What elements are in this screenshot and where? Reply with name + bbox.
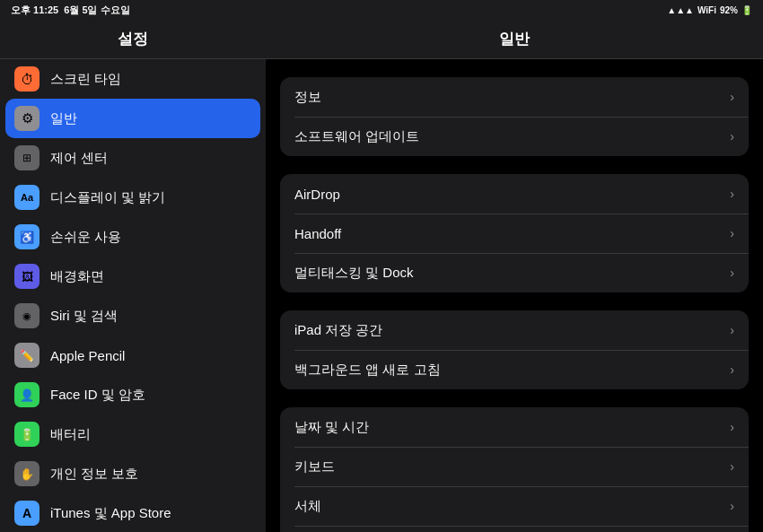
row-ipad-storage-right: › xyxy=(730,323,734,337)
row-language[interactable]: 언어 및 지역 › xyxy=(280,526,749,532)
sidebar-label-pencil: Apple Pencil xyxy=(50,348,125,363)
sidebar-item-control[interactable]: ⊞ 제어 센터 xyxy=(0,138,266,178)
row-datetime[interactable]: 날짜 및 시간 › xyxy=(280,407,749,447)
main-panel: 일반 정보 › 소프트웨어 업데이트 › AirDrop › xyxy=(266,0,763,532)
sidebar-label-screentime: 스크린 타임 xyxy=(50,71,121,88)
settings-group-2: AirDrop › Handoff › 멀티태스킹 및 Dock › xyxy=(280,174,749,292)
row-background-refresh[interactable]: 백그라운드 앱 새로 고침 › xyxy=(280,350,749,389)
sidebar-item-accessibility[interactable]: ♿ 손쉬운 사용 xyxy=(0,217,266,257)
row-handoff-right: › xyxy=(730,226,734,240)
row-background-refresh-right: › xyxy=(730,362,734,377)
accessibility-icon: ♿ xyxy=(14,224,39,249)
row-keyboard-label: 키보드 xyxy=(294,458,335,475)
row-ipad-storage-label: iPad 저장 공간 xyxy=(294,322,382,339)
main-content: 정보 › 소프트웨어 업데이트 › AirDrop › Handof xyxy=(266,59,763,532)
sidebar-label-display: 디스플레이 및 밝기 xyxy=(50,189,165,206)
sidebar-item-general[interactable]: ⚙ 일반 xyxy=(5,99,260,138)
row-multitasking[interactable]: 멀티태스킹 및 Dock › xyxy=(280,253,749,292)
date-display: 6월 5일 수요일 xyxy=(64,4,129,17)
row-font-right: › xyxy=(730,499,734,513)
row-softwareupdate-chevron: › xyxy=(730,129,734,144)
wifi-icon: WiFi xyxy=(697,5,716,15)
row-datetime-label: 날짜 및 시간 xyxy=(294,419,369,436)
row-info-chevron: › xyxy=(730,90,734,104)
sidebar-label-wallpaper: 배경화면 xyxy=(50,268,104,285)
sidebar-title: 설정 xyxy=(0,20,266,59)
sidebar-label-control: 제어 센터 xyxy=(50,150,108,167)
pencil-icon: ✏️ xyxy=(14,343,39,368)
sidebar-label-battery: 배터리 xyxy=(50,426,91,443)
row-softwareupdate[interactable]: 소프트웨어 업데이트 › xyxy=(280,117,749,156)
display-icon: Aa xyxy=(14,185,39,210)
row-handoff-chevron: › xyxy=(730,226,734,240)
sidebar-item-appstore[interactable]: A iTunes 및 App Store xyxy=(0,493,266,532)
time-display: 오후 11:25 xyxy=(11,4,58,17)
row-multitasking-chevron: › xyxy=(730,266,734,280)
row-ipad-storage[interactable]: iPad 저장 공간 › xyxy=(280,310,749,350)
row-airdrop[interactable]: AirDrop › xyxy=(280,174,749,214)
row-info[interactable]: 정보 › xyxy=(280,77,749,117)
row-background-refresh-label: 백그라운드 앱 새로 고침 xyxy=(294,362,441,379)
privacy-icon: ✋ xyxy=(14,461,39,486)
sidebar-label-faceid: Face ID 및 암호 xyxy=(50,387,145,404)
row-multitasking-label: 멀티태스킹 및 Dock xyxy=(294,265,414,282)
row-font-chevron: › xyxy=(730,499,734,513)
row-multitasking-right: › xyxy=(730,266,734,280)
row-ipad-storage-chevron: › xyxy=(730,323,734,337)
row-airdrop-right: › xyxy=(730,187,734,201)
row-softwareupdate-right: › xyxy=(730,129,734,144)
row-handoff[interactable]: Handoff › xyxy=(280,214,749,253)
row-background-refresh-chevron: › xyxy=(730,362,734,377)
sidebar-item-display[interactable]: Aa 디스플레이 및 밝기 xyxy=(0,178,266,217)
row-info-label: 정보 xyxy=(294,89,321,106)
row-handoff-label: Handoff xyxy=(294,226,341,241)
sidebar-item-battery[interactable]: 🔋 배터리 xyxy=(0,414,266,454)
settings-group-1: 정보 › 소프트웨어 업데이트 › xyxy=(280,77,749,156)
settings-group-4: 날짜 및 시간 › 키보드 › 서체 › 언어 및 지역 › xyxy=(280,407,749,532)
sidebar-item-siri[interactable]: ◉ Siri 및 검색 xyxy=(0,296,266,336)
row-datetime-right: › xyxy=(730,420,734,434)
sidebar: 설정 ⏱ 스크린 타임 ⚙ 일반 ⊞ 제어 센터 Aa 디스플레이 및 밝기 ♿… xyxy=(0,0,266,532)
faceid-icon: 👤 xyxy=(14,382,39,407)
row-keyboard-chevron: › xyxy=(730,459,734,474)
sidebar-item-pencil[interactable]: ✏️ Apple Pencil xyxy=(0,336,266,375)
control-icon: ⊞ xyxy=(14,145,39,170)
sidebar-label-siri: Siri 및 검색 xyxy=(50,308,118,325)
sidebar-list: ⏱ 스크린 타임 ⚙ 일반 ⊞ 제어 센터 Aa 디스플레이 및 밝기 ♿ 손쉬… xyxy=(0,59,266,532)
sidebar-item-wallpaper[interactable]: 🖼 배경화면 xyxy=(0,257,266,296)
appstore-icon: A xyxy=(14,501,39,526)
row-font-label: 서체 xyxy=(294,498,321,515)
sidebar-label-accessibility: 손쉬운 사용 xyxy=(50,229,121,246)
status-bar: 오후 11:25 6월 5일 수요일 ▲▲▲ WiFi 92% 🔋 xyxy=(0,0,763,20)
siri-icon: ◉ xyxy=(14,303,39,328)
row-font[interactable]: 서체 › xyxy=(280,486,749,526)
settings-group-3: iPad 저장 공간 › 백그라운드 앱 새로 고침 › xyxy=(280,310,749,389)
row-info-right: › xyxy=(730,90,734,104)
row-datetime-chevron: › xyxy=(730,420,734,434)
sidebar-label-appstore: iTunes 및 App Store xyxy=(50,505,171,522)
signal-icon: ▲▲▲ xyxy=(667,5,694,15)
status-right: ▲▲▲ WiFi 92% 🔋 xyxy=(667,5,752,15)
row-keyboard[interactable]: 키보드 › xyxy=(280,447,749,486)
wallpaper-icon: 🖼 xyxy=(14,264,39,289)
general-icon: ⚙ xyxy=(14,106,39,131)
row-keyboard-right: › xyxy=(730,459,734,474)
row-airdrop-chevron: › xyxy=(730,187,734,201)
row-airdrop-label: AirDrop xyxy=(294,187,340,202)
sidebar-item-screentime[interactable]: ⏱ 스크린 타임 xyxy=(0,59,266,99)
row-softwareupdate-label: 소프트웨어 업데이트 xyxy=(294,128,419,145)
screentime-icon: ⏱ xyxy=(14,66,39,92)
battery-sidebar-icon: 🔋 xyxy=(14,422,39,447)
main-title: 일반 xyxy=(266,20,763,59)
battery-icon: 🔋 xyxy=(741,5,752,15)
sidebar-item-privacy[interactable]: ✋ 개인 정보 보호 xyxy=(0,454,266,493)
battery-display: 92% xyxy=(720,5,738,15)
sidebar-label-privacy: 개인 정보 보호 xyxy=(50,466,138,483)
sidebar-label-general: 일반 xyxy=(50,110,77,127)
status-left: 오후 11:25 6월 5일 수요일 xyxy=(11,4,130,17)
sidebar-item-faceid[interactable]: 👤 Face ID 및 암호 xyxy=(0,375,266,414)
